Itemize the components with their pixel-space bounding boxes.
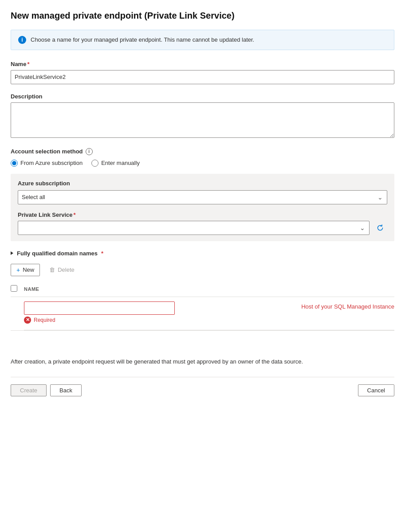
toolbar: + New 🗑 Delete <box>11 264 394 276</box>
subscription-dropdown[interactable]: Select all <box>18 190 387 204</box>
name-input-wrapper: ✕ Required <box>24 301 289 324</box>
name-field-group: Name* <box>11 61 394 84</box>
fqdn-label: Fully qualified domain names <box>17 250 98 257</box>
subscription-dropdown-wrapper: Select all ⌄ <box>18 190 387 204</box>
header-checkbox[interactable] <box>11 285 17 292</box>
error-icon: ✕ <box>24 317 31 324</box>
radio-manual-input[interactable] <box>91 160 98 167</box>
footer-note: After creation, a private endpoint reque… <box>11 357 394 367</box>
account-selection-label: Account selection method i <box>11 148 394 155</box>
subscription-section: Azure subscription Select all ⌄ Private … <box>11 174 394 241</box>
info-banner: i Choose a name for your managed private… <box>11 30 394 50</box>
trash-icon: 🗑 <box>49 266 55 273</box>
name-col-header: NAME <box>24 286 39 292</box>
cancel-button[interactable]: Cancel <box>358 384 394 396</box>
fqdn-name-input[interactable] <box>24 301 175 315</box>
new-button[interactable]: + New <box>11 264 40 276</box>
table-divider <box>24 330 394 330</box>
radio-azure-label: From Azure subscription <box>20 160 83 166</box>
back-button[interactable]: Back <box>50 384 82 396</box>
private-link-group: Private Link Service* ⌄ <box>18 211 387 235</box>
info-icon: i <box>18 36 26 44</box>
table-row: ✕ Required Host of your SQL Managed Inst… <box>11 297 394 328</box>
hint-text: Host of your SQL Managed Instance <box>301 303 394 310</box>
footer-bar: Create Back Cancel <box>11 377 394 403</box>
new-button-label: New <box>23 266 34 273</box>
radio-manual-option[interactable]: Enter manually <box>91 160 140 167</box>
radio-group: From Azure subscription Enter manually <box>11 160 394 167</box>
private-link-row: ⌄ <box>18 221 387 235</box>
delete-button[interactable]: 🗑 Delete <box>43 264 80 276</box>
fqdn-section-header[interactable]: Fully qualified domain names* <box>11 250 394 257</box>
delete-button-label: Delete <box>58 266 75 273</box>
create-button[interactable]: Create <box>11 384 47 396</box>
description-field-group: Description <box>11 93 394 139</box>
private-link-dropdown[interactable] <box>18 221 370 235</box>
radio-azure-input[interactable] <box>11 160 18 167</box>
row-checkbox-cell <box>11 301 19 304</box>
header-checkbox-cell <box>11 285 19 293</box>
info-banner-text: Choose a name for your managed private e… <box>31 35 254 44</box>
name-input[interactable] <box>11 70 394 84</box>
description-input[interactable] <box>11 102 394 138</box>
private-link-label: Private Link Service* <box>18 211 387 218</box>
error-row: ✕ Required <box>24 317 289 324</box>
fqdn-group: Fully qualified domain names* + New 🗑 De… <box>11 250 394 331</box>
error-text: Required <box>34 317 55 323</box>
account-selection-group: Account selection method i From Azure su… <box>11 148 394 241</box>
triangle-icon <box>11 251 13 255</box>
description-label: Description <box>11 93 394 100</box>
radio-manual-label: Enter manually <box>101 160 140 166</box>
refresh-button[interactable] <box>373 221 387 235</box>
page-title: New managed private endpoint (Private Li… <box>11 11 394 21</box>
table-header-row: NAME <box>11 283 394 297</box>
name-label: Name* <box>11 61 394 67</box>
fqdn-table: NAME ✕ Required Host of your SQL Managed… <box>11 283 394 331</box>
subscription-label: Azure subscription <box>18 180 387 187</box>
account-info-icon[interactable]: i <box>86 148 93 155</box>
private-link-dropdown-wrapper: ⌄ <box>18 221 370 235</box>
footer-left-actions: Create Back <box>11 384 82 396</box>
plus-icon: + <box>16 266 20 274</box>
radio-azure-option[interactable]: From Azure subscription <box>11 160 83 167</box>
